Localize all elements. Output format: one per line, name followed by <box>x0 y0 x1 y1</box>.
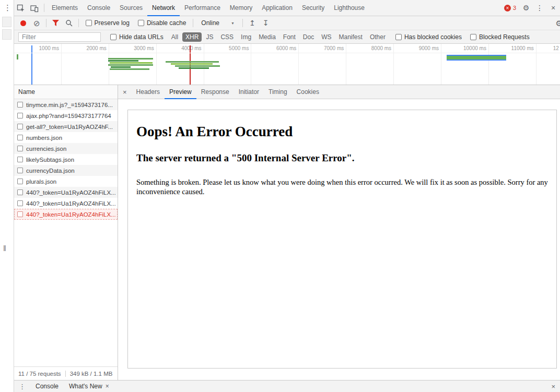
more-vertical-icon[interactable]: ⋮ <box>4 3 11 13</box>
tab-performance[interactable]: Performance <box>180 0 225 16</box>
filter-pill-font[interactable]: Font <box>280 32 299 42</box>
hide-data-urls-checkbox[interactable]: Hide data URLs <box>110 33 164 41</box>
file-icon <box>17 102 23 108</box>
network-conditions-gear-icon[interactable]: ⚙ <box>556 19 560 28</box>
table-row[interactable]: tinymce.min.js?_=1594373176... <box>14 99 118 110</box>
device-toolbar-icon[interactable] <box>28 0 41 16</box>
tab-response[interactable]: Response <box>196 85 234 99</box>
error-page-subtitle: The server returned a "500 Internal Serv… <box>136 152 548 164</box>
waterfall-bar <box>179 67 209 69</box>
tab-close-icon[interactable]: × <box>106 381 109 392</box>
filter-pill-all[interactable]: All <box>168 32 181 42</box>
tab-network[interactable]: Network <box>147 0 180 16</box>
devtools-window: ⋮ ‖ Elements Console Sources Network Per… <box>0 0 560 392</box>
filter-pill-other[interactable]: Other <box>367 32 389 42</box>
filter-pill-xhr[interactable]: XHR <box>182 32 202 42</box>
filter-pill-manifest[interactable]: Manifest <box>336 32 366 42</box>
separator <box>242 19 243 27</box>
tab-initiator[interactable]: Initiator <box>234 85 264 99</box>
waterfall-bar <box>110 68 149 70</box>
tab-cookies[interactable]: Cookies <box>292 85 324 99</box>
export-har-icon[interactable]: ↧ <box>263 19 269 27</box>
checkbox-icon <box>110 34 116 40</box>
tick-label: 10000 ms <box>463 45 486 51</box>
drawer-tab-whats-new[interactable]: What's New × <box>64 381 114 392</box>
blocked-requests-checkbox[interactable]: Blocked Requests <box>470 33 530 41</box>
filter-pill-img[interactable]: Img <box>238 32 254 42</box>
tick-label: 7000 ms <box>324 45 344 51</box>
tab-timing[interactable]: Timing <box>264 85 292 99</box>
tab-sources[interactable]: Sources <box>115 0 147 16</box>
tick-label: 5000 ms <box>229 45 249 51</box>
inspect-icon[interactable] <box>14 0 28 16</box>
tick-label: 8000 ms <box>371 45 391 51</box>
request-name: ajax.php?rand=1594373177764 <box>26 113 111 119</box>
tab-lighthouse[interactable]: Lighthouse <box>329 0 369 16</box>
drawer-tab-console[interactable]: Console <box>30 381 64 392</box>
tab-elements[interactable]: Elements <box>47 0 83 16</box>
table-row[interactable]: 440?_token=Ua1RyAOZ4hFiLX... <box>14 187 118 198</box>
close-devtools-icon[interactable]: × <box>546 0 560 16</box>
waterfall-bar <box>175 65 220 67</box>
filter-pill-js[interactable]: JS <box>203 32 216 42</box>
filter-pill-media[interactable]: Media <box>255 32 279 42</box>
throttling-value: Online <box>201 19 219 27</box>
name-column-header[interactable]: Name <box>14 85 118 99</box>
has-blocked-cookies-checkbox[interactable]: Has blocked cookies <box>395 33 462 41</box>
table-row[interactable]: plurals.json <box>14 176 118 187</box>
disable-cache-checkbox[interactable]: Disable cache <box>138 19 186 27</box>
error-page-body: Something is broken. Please let us know … <box>136 177 548 196</box>
requests-count: 11 / 75 requests <box>18 371 61 377</box>
timeline-column: 10000 ms <box>441 44 489 85</box>
preserve-log-checkbox[interactable]: Preserve log <box>86 19 130 27</box>
request-name: get-all?_token=Ua1RyAOZ4hF... <box>26 124 113 130</box>
clear-icon[interactable]: ⊘ <box>33 19 40 27</box>
tab-memory[interactable]: Memory <box>225 0 257 16</box>
filter-funnel-icon[interactable] <box>52 20 59 26</box>
table-row[interactable]: 440?_token=Ua1RyAOZ4hFiLX... <box>14 198 118 209</box>
tick-label: 11000 ms <box>511 45 534 51</box>
error-page-title: Oops! An Error Occurred <box>136 124 548 140</box>
devtools-panel: Elements Console Sources Network Perform… <box>14 0 560 392</box>
filter-input[interactable] <box>18 32 101 42</box>
tab-console[interactable]: Console <box>83 0 115 16</box>
filter-pill-css[interactable]: CSS <box>217 32 237 42</box>
table-row[interactable]: likelySubtags.json <box>14 154 118 165</box>
search-icon[interactable] <box>65 19 73 27</box>
blocked-requests-label: Blocked Requests <box>479 33 530 41</box>
settings-gear-icon[interactable]: ⚙ <box>519 0 533 16</box>
table-row[interactable]: get-all?_token=Ua1RyAOZ4hF... <box>14 121 118 132</box>
file-icon <box>17 211 23 217</box>
more-vertical-icon[interactable]: ⋮ <box>14 383 30 390</box>
file-icon <box>17 135 23 140</box>
network-filter-bar: Hide data URLs All XHR JS CSS Img Media … <box>14 30 560 44</box>
tab-security[interactable]: Security <box>297 0 329 16</box>
tab-preview[interactable]: Preview <box>165 85 196 99</box>
timeline-column: 11000 ms <box>489 44 536 85</box>
close-drawer-icon[interactable]: × <box>546 383 560 390</box>
record-button[interactable] <box>20 20 26 26</box>
detail-tabbar: × Headers Preview Response Initiator Tim… <box>118 85 560 99</box>
hide-data-urls-label: Hide data URLs <box>119 33 164 41</box>
network-overview-timeline[interactable]: 1000 ms 2000 ms 3000 ms 4000 ms 5000 ms … <box>14 44 560 85</box>
table-row[interactable]: numbers.json <box>14 132 118 143</box>
table-row-error-selected[interactable]: 440?_token=Ua1RyAOZ4hFiLX... <box>14 209 118 220</box>
table-row[interactable]: currencyData.json <box>14 165 118 176</box>
tab-headers[interactable]: Headers <box>132 85 165 99</box>
tab-application[interactable]: Application <box>257 0 297 16</box>
network-controls-toolbar: ⊘ Preserve log Disable cache Online ▼ <box>14 16 560 30</box>
separator <box>44 4 44 12</box>
more-vertical-icon[interactable]: ⋮ <box>533 0 546 16</box>
preserve-log-label: Preserve log <box>95 19 130 27</box>
close-detail-icon[interactable]: × <box>118 88 132 96</box>
filter-pill-doc[interactable]: Doc <box>300 32 317 42</box>
error-count: 3 <box>513 5 516 11</box>
throttling-select[interactable]: Online ▼ <box>201 19 235 27</box>
resize-handle-icon[interactable]: ‖ <box>3 244 6 253</box>
filter-pill-ws[interactable]: WS <box>318 32 334 42</box>
import-har-icon[interactable]: ↥ <box>249 19 255 27</box>
error-badge[interactable]: × 3 <box>504 5 516 11</box>
table-row[interactable]: ajax.php?rand=1594373177764 <box>14 110 118 121</box>
timeline-column: 6000 ms <box>251 44 299 85</box>
table-row[interactable]: currencies.json <box>14 143 118 154</box>
